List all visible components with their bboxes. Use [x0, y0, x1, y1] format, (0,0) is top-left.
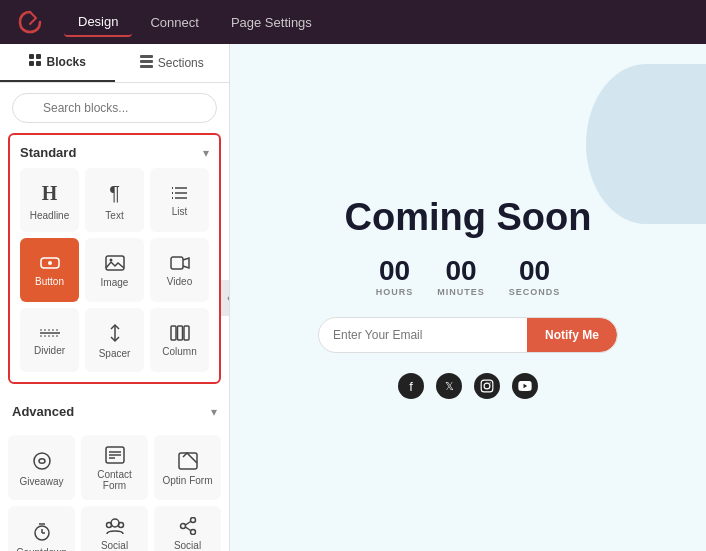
countdown-label: Countdown [16, 547, 67, 552]
block-image[interactable]: Image [85, 238, 144, 302]
tab-sections-label: Sections [158, 56, 204, 70]
social-row: f 𝕏 [398, 373, 538, 399]
block-contact-form[interactable]: Contact Form [81, 435, 148, 500]
countdown-seconds: 00 SECONDS [509, 255, 561, 297]
column-label: Column [162, 346, 196, 357]
nav-tab-page-settings[interactable]: Page Settings [217, 8, 326, 37]
advanced-blocks-grid: Giveaway Contact Form [8, 435, 221, 551]
social-profiles-icon [105, 517, 125, 535]
text-label: Text [105, 210, 123, 221]
social-sharing-label: Social Sharing [161, 540, 214, 551]
contact-form-label: Contact Form [88, 469, 141, 491]
blob-decoration [586, 64, 706, 224]
tab-blocks[interactable]: Blocks [0, 44, 115, 82]
block-headline[interactable]: H Headline [20, 168, 79, 232]
top-navigation: Design Connect Page Settings [0, 0, 706, 44]
svg-point-40 [190, 530, 195, 535]
block-column[interactable]: Column [150, 308, 209, 372]
email-input[interactable] [319, 318, 527, 352]
svg-point-38 [190, 518, 195, 523]
svg-rect-1 [36, 54, 41, 59]
giveaway-label: Giveaway [20, 476, 64, 487]
spacer-label: Spacer [99, 348, 131, 359]
svg-rect-5 [140, 60, 153, 63]
block-social-sharing[interactable]: Social Sharing [154, 506, 221, 551]
sections-icon [140, 55, 153, 71]
block-list[interactable]: List [150, 168, 209, 232]
image-icon [105, 254, 125, 272]
spacer-icon [106, 323, 124, 343]
svg-rect-0 [29, 54, 34, 59]
svg-rect-17 [171, 257, 183, 269]
notify-button[interactable]: Notify Me [527, 318, 617, 352]
list-icon [171, 185, 189, 201]
twitter-icon[interactable]: 𝕏 [436, 373, 462, 399]
headline-icon: H [42, 182, 58, 205]
divider-label: Divider [34, 345, 65, 356]
nav-tabs: Design Connect Page Settings [64, 8, 326, 37]
button-label: Button [35, 276, 64, 287]
instagram-icon[interactable] [474, 373, 500, 399]
sidebar-tabs: Blocks Sections [0, 44, 229, 83]
svg-line-42 [185, 527, 190, 531]
nav-tab-connect[interactable]: Connect [136, 8, 212, 37]
countdown-seconds-label: SECONDS [509, 287, 561, 297]
blocks-icon [29, 54, 42, 70]
svg-rect-3 [36, 61, 41, 66]
block-text[interactable]: ¶ Text [85, 168, 144, 232]
countdown-minutes-label: MINUTES [437, 287, 485, 297]
optin-form-icon [178, 452, 198, 470]
search-input[interactable] [12, 93, 217, 123]
block-video[interactable]: Video [150, 238, 209, 302]
advanced-chevron-icon: ▾ [211, 405, 217, 419]
svg-rect-22 [171, 326, 176, 340]
facebook-icon[interactable]: f [398, 373, 424, 399]
column-icon [170, 325, 190, 341]
svg-point-35 [111, 519, 119, 527]
svg-point-16 [109, 259, 112, 262]
search-wrapper: 🔍 [12, 93, 217, 123]
svg-rect-2 [29, 61, 34, 66]
countdown-seconds-value: 00 [519, 255, 550, 287]
headline-label: Headline [30, 210, 69, 221]
coming-soon-title: Coming Soon [345, 196, 592, 239]
block-divider[interactable]: Divider [20, 308, 79, 372]
email-row: Notify Me [318, 317, 618, 353]
tab-sections[interactable]: Sections [115, 44, 230, 82]
giveaway-icon [32, 451, 52, 471]
page-preview: Coming Soon 00 HOURS 00 MINUTES 00 SECON… [230, 44, 706, 551]
advanced-section-header: Advanced ▾ [8, 396, 221, 427]
svg-rect-23 [177, 326, 182, 340]
svg-point-39 [180, 524, 185, 529]
block-button[interactable]: Button [20, 238, 79, 302]
tab-blocks-label: Blocks [47, 55, 86, 69]
main-layout: Blocks Sections 🔍 Standard ▾ [0, 44, 706, 551]
standard-section: Standard ▾ H Headline ¶ Text [8, 133, 221, 384]
divider-icon [40, 326, 60, 340]
svg-line-41 [185, 522, 190, 526]
video-label: Video [167, 276, 192, 287]
svg-rect-6 [140, 65, 153, 68]
countdown-hours-value: 00 [379, 255, 410, 287]
block-social-profiles[interactable]: Social Profiles [81, 506, 148, 551]
block-optin-form[interactable]: Optin Form [154, 435, 221, 500]
block-giveaway[interactable]: Giveaway [8, 435, 75, 500]
countdown-row: 00 HOURS 00 MINUTES 00 SECONDS [376, 255, 561, 297]
standard-section-title: Standard [20, 145, 76, 160]
app-logo [16, 8, 44, 36]
sidebar-collapse-handle[interactable]: ❮ [221, 280, 230, 316]
youtube-icon[interactable] [512, 373, 538, 399]
svg-rect-43 [481, 380, 493, 392]
optin-form-label: Optin Form [162, 475, 212, 486]
block-countdown[interactable]: Countdown [8, 506, 75, 551]
canvas-area: Coming Soon 00 HOURS 00 MINUTES 00 SECON… [230, 44, 706, 551]
block-spacer[interactable]: Spacer [85, 308, 144, 372]
countdown-icon [32, 522, 52, 542]
nav-tab-design[interactable]: Design [64, 8, 132, 37]
sidebar: Blocks Sections 🔍 Standard ▾ [0, 44, 230, 551]
social-profiles-label: Social Profiles [88, 540, 141, 551]
advanced-section: Advanced ▾ Giveaway [0, 396, 229, 551]
standard-blocks-grid: H Headline ¶ Text List [20, 168, 209, 372]
countdown-minutes-value: 00 [445, 255, 476, 287]
svg-point-44 [484, 383, 490, 389]
